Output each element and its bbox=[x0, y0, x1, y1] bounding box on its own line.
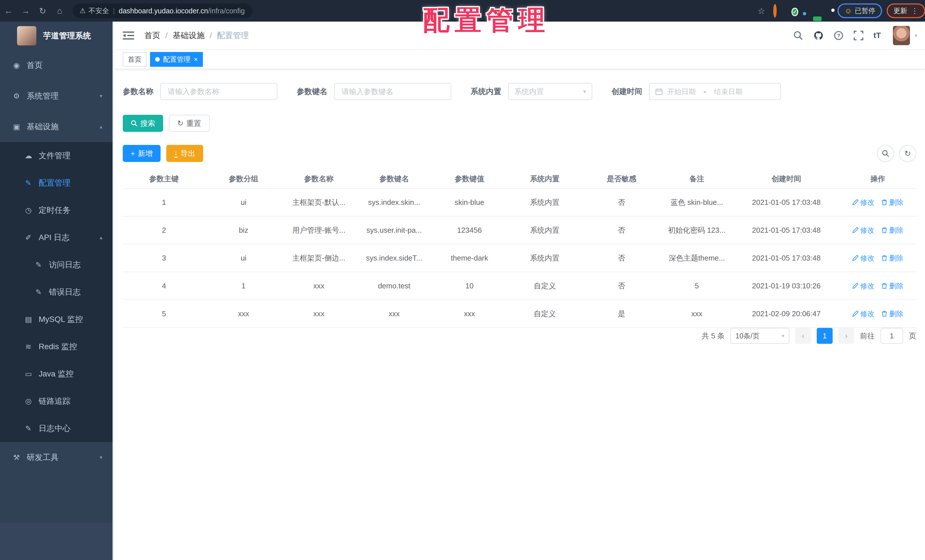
search-icon[interactable] bbox=[794, 31, 803, 40]
sidebar-item-api-logs[interactable]: ✐ API 日志 ▴ bbox=[0, 224, 113, 251]
edit-row-link[interactable]: 修改 bbox=[852, 253, 874, 263]
breadcrumb-current: 配置管理 bbox=[217, 30, 249, 41]
refresh-table-button[interactable]: ↻ bbox=[899, 145, 916, 162]
cell: 2021-01-05 17:03:48 bbox=[734, 226, 839, 235]
add-button[interactable]: + 新增 bbox=[123, 145, 161, 162]
edit-square-icon: ✎ bbox=[24, 179, 33, 188]
sidebar-item-home[interactable]: ◉ 首页 bbox=[0, 50, 113, 81]
eye-icon: ◎ bbox=[24, 397, 33, 406]
cell: 5 bbox=[123, 309, 205, 318]
sidebar-item-mysql-monitor[interactable]: ▤ MySQL 监控 bbox=[0, 306, 113, 333]
profile-paused-badge[interactable]: ☺ 已暂停 bbox=[838, 3, 882, 18]
github-icon[interactable] bbox=[814, 30, 824, 41]
delete-row-link[interactable]: 删除 bbox=[881, 198, 903, 207]
sidebar-item-scheduled-tasks[interactable]: ◷ 定时任务 bbox=[0, 197, 113, 224]
cell: 深色主题theme... bbox=[660, 253, 734, 263]
delete-label: 删除 bbox=[889, 198, 903, 207]
ring-icon bbox=[773, 4, 777, 18]
help-icon[interactable]: ? bbox=[834, 31, 844, 40]
breadcrumb-infra[interactable]: 基础设施 bbox=[173, 30, 205, 41]
sidebar-item-infrastructure[interactable]: ▣ 基础设施 ▴ bbox=[0, 111, 113, 142]
kebab-menu-icon[interactable]: ⋮ bbox=[911, 6, 919, 15]
delete-row-link[interactable]: 删除 bbox=[881, 226, 903, 235]
edit-row-link[interactable]: 修改 bbox=[852, 198, 874, 207]
cell: 否 bbox=[583, 253, 660, 263]
page-size-select[interactable]: 10条/页 ▾ bbox=[730, 328, 789, 344]
gm-badge bbox=[813, 17, 821, 21]
fullscreen-icon[interactable] bbox=[854, 31, 863, 40]
cell: 2021-01-19 03:10:26 bbox=[734, 282, 839, 291]
browser-reload-icon[interactable]: ↻ bbox=[34, 6, 51, 16]
sidebar-item-config-management[interactable]: ✎ 配置管理 bbox=[0, 169, 113, 197]
sidebar-item-java-monitor[interactable]: ▭ Java 监控 bbox=[0, 360, 113, 388]
cell: biz bbox=[205, 226, 282, 235]
delete-row-link[interactable]: 删除 bbox=[881, 281, 903, 291]
caret-down-icon[interactable]: ▾ bbox=[914, 32, 917, 39]
browser-back-icon[interactable]: ← bbox=[0, 6, 17, 16]
sidebar-item-redis-monitor[interactable]: ≋ Redis 监控 bbox=[0, 333, 113, 360]
cell-actions: 修改 删除 bbox=[839, 281, 917, 291]
sidebar-item-tracing[interactable]: ◎ 链路追踪 bbox=[0, 388, 113, 415]
param-name-input[interactable] bbox=[160, 83, 277, 100]
menu-label: API 日志 bbox=[39, 232, 69, 243]
sidebar-logo[interactable]: 芋道管理系统 bbox=[0, 22, 113, 50]
url-host: dashboard.yudao.iocoder.cn bbox=[119, 7, 208, 15]
svg-text:?: ? bbox=[837, 33, 840, 39]
sidebar-item-system-management[interactable]: ⚙ 系统管理 ▾ bbox=[0, 81, 113, 111]
browser-home-icon[interactable]: ⌂ bbox=[51, 6, 68, 16]
filter-actions: 搜索 ↻ 重置 bbox=[123, 115, 210, 132]
search-label: 搜索 bbox=[140, 119, 155, 128]
table-row: 3 ui 主框架页-侧边... sys.index.sideT... theme… bbox=[123, 244, 917, 272]
sidebar-item-log-center[interactable]: ✎ 日志中心 bbox=[0, 415, 113, 442]
cell: sys.index.skin... bbox=[356, 198, 432, 207]
sidebar-item-access-logs[interactable]: ✎ 访问日志 bbox=[0, 251, 113, 278]
tag-config-active[interactable]: 配置管理 × bbox=[150, 52, 203, 67]
edit-row-link[interactable]: 修改 bbox=[852, 226, 874, 235]
bookmark-star-icon[interactable]: ☆ bbox=[758, 6, 765, 16]
close-icon[interactable]: × bbox=[194, 56, 198, 63]
date-range-picker[interactable]: 开始日期 - 结束日期 bbox=[649, 83, 781, 100]
search-button[interactable]: 搜索 bbox=[123, 115, 163, 132]
col-header: 参数键名 bbox=[356, 174, 432, 184]
extension-check-icon[interactable]: ✓ bbox=[792, 6, 797, 16]
browser-forward-icon[interactable]: → bbox=[17, 6, 34, 16]
breadcrumb: 首页 / 基础设施 / 配置管理 bbox=[145, 30, 249, 41]
prev-page-button[interactable]: ‹ bbox=[795, 328, 811, 344]
date-separator: - bbox=[704, 87, 706, 96]
sidebar-item-error-logs[interactable]: ✎ 错误日志 bbox=[0, 278, 113, 306]
tag-home[interactable]: 首页 bbox=[123, 52, 147, 67]
smiley-icon: ☺ bbox=[844, 6, 852, 15]
tag-label: 首页 bbox=[128, 53, 142, 66]
extension-orange-icon[interactable] bbox=[773, 6, 777, 16]
table-header-row: 参数主键 参数分组 参数名称 参数键名 参数键值 系统内置 是否敏感 备注 创建… bbox=[123, 169, 917, 189]
screen: ← → ↻ ⌂ ⚠ 不安全 | dashboard.yudao.iocoder.… bbox=[0, 0, 925, 560]
sidebar-item-dev-tools[interactable]: ⚒ 研发工具 ▾ bbox=[0, 442, 113, 473]
avatar[interactable] bbox=[893, 26, 910, 45]
chrome-update-button[interactable]: 更新 ⋮ bbox=[887, 3, 925, 18]
collapse-sidebar-icon[interactable] bbox=[123, 31, 135, 40]
cell: sys.index.sideT... bbox=[356, 254, 432, 262]
edit-row-link[interactable]: 修改 bbox=[852, 309, 874, 319]
address-bar[interactable]: ⚠ 不安全 | dashboard.yudao.iocoder.cn /infr… bbox=[73, 3, 252, 18]
col-header: 参数名称 bbox=[282, 174, 356, 184]
font-size-icon[interactable]: tT bbox=[874, 31, 881, 40]
sidebar-item-file-management[interactable]: ☁ 文件管理 bbox=[0, 142, 113, 169]
export-button[interactable]: ↓ 导出 bbox=[166, 145, 203, 162]
next-page-button[interactable]: › bbox=[838, 328, 854, 344]
system-builtin-select[interactable]: 系统内置 ▾ bbox=[508, 83, 592, 100]
reset-button[interactable]: ↻ 重置 bbox=[169, 115, 210, 132]
star-icon: ☆ bbox=[758, 6, 765, 16]
cell: xxx bbox=[282, 282, 356, 291]
cell: 否 bbox=[583, 197, 660, 208]
goto-page-input[interactable] bbox=[880, 328, 903, 344]
current-page[interactable]: 1 bbox=[817, 328, 833, 344]
col-header: 参数分组 bbox=[205, 174, 282, 184]
delete-row-link[interactable]: 删除 bbox=[881, 309, 903, 319]
param-name-label: 参数名称 bbox=[123, 86, 154, 96]
delete-row-link[interactable]: 删除 bbox=[881, 253, 903, 263]
param-key-input[interactable] bbox=[334, 83, 451, 100]
log-edit-icon: ✐ bbox=[24, 233, 33, 242]
breadcrumb-home[interactable]: 首页 bbox=[145, 30, 160, 41]
edit-row-link[interactable]: 修改 bbox=[852, 281, 874, 291]
toggle-search-button[interactable] bbox=[877, 145, 894, 162]
